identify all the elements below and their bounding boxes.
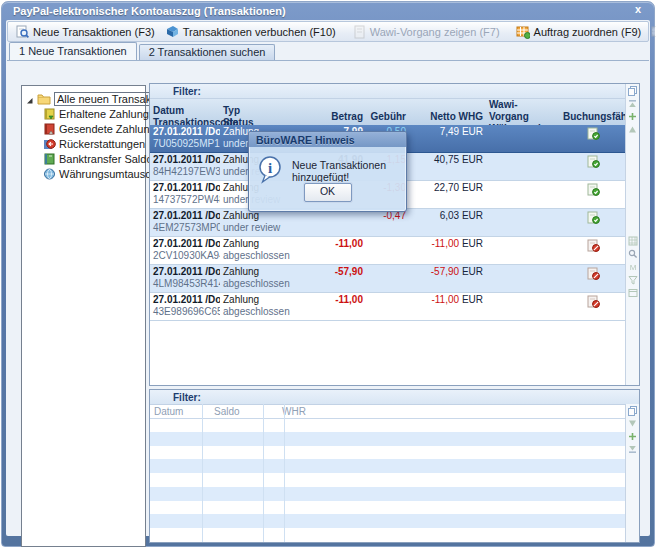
saldo-empty-row[interactable]: [150, 432, 626, 446]
copy-icon[interactable]: [627, 85, 638, 96]
saldo-empty-row[interactable]: [150, 501, 626, 515]
transaction-date: 27.01.2011 /Do: [153, 294, 217, 306]
refunds-icon: [43, 138, 56, 150]
transaction-net: 22,70 EUR: [412, 182, 483, 194]
sent-payments-icon: [43, 123, 56, 135]
scroll-down-icon[interactable]: [627, 418, 638, 429]
banktransfer-saldo-icon: [43, 153, 56, 165]
toolbar-button-transaktionen-verbuchen-f10[interactable]: Transaktionen verbuchen (F10): [160, 23, 341, 41]
saldo-empty-row[interactable]: [150, 473, 626, 487]
bookable-yes-icon: [586, 155, 600, 168]
scroll-bottom-icon[interactable]: [627, 444, 638, 455]
expander-icon[interactable]: [26, 95, 34, 103]
saldo-empty-row[interactable]: [150, 528, 626, 542]
window-title: PayPal-elektronischer Kontoauszug (Trans…: [13, 5, 286, 17]
column-header-netto-whg[interactable]: Netto WHG: [409, 111, 486, 123]
saldo-empty-row[interactable]: [150, 514, 626, 528]
saldo-empty-row[interactable]: [150, 418, 626, 432]
transaction-net: -57,90 EUR: [412, 266, 483, 278]
tree-item-rückerstattungen[interactable]: Rückerstattungen: [43, 136, 145, 151]
tree-item-erhaltene-zahlungen[interactable]: Erhaltene Zahlungen: [43, 106, 145, 121]
new-transactions-icon: [15, 25, 29, 39]
transaction-net: -11,00 EUR: [412, 294, 483, 306]
column-divider: [284, 404, 285, 542]
copy-icon[interactable]: [627, 405, 638, 416]
bookable-yes-icon: [586, 127, 600, 140]
transactions-panel: Filter: DatumTransaktionscodeTypStatusBe…: [149, 83, 640, 386]
saldo-table-header[interactable]: Datum Saldo WHR: [150, 405, 639, 419]
transaction-status: abgeschlossen: [223, 306, 307, 318]
transaction-code: 2CV10930KA9472237: [153, 250, 217, 262]
transaction-net: 40,75 EUR: [412, 154, 483, 166]
filter-icon[interactable]: [627, 274, 638, 285]
transaction-wawi: [486, 293, 560, 320]
add-row-icon[interactable]: [627, 431, 638, 442]
transaction-row[interactable]: 27.01.2011 /Do4LM98453R41486714Zahlungab…: [150, 265, 626, 293]
toolbar-button-neue-transaktionen-f3[interactable]: Neue Transaktionen (F3): [10, 23, 160, 41]
tree-item-gesendete-zahlungen[interactable]: Gesendete Zahlungen: [43, 121, 145, 136]
tab-2-transaktionen-suchen[interactable]: 2 Transaktionen suchen: [139, 44, 276, 60]
transaction-net: 6,03 EUR: [412, 210, 483, 222]
scroll-top-icon[interactable]: [627, 98, 638, 109]
tree-item-währungsumtausch[interactable]: Währungsumtausch: [43, 166, 145, 181]
info-icon: i: [257, 155, 284, 186]
saldo-empty-row[interactable]: [150, 446, 626, 460]
bookable-no-icon: [586, 239, 600, 252]
transaction-code: 84H42197EW349273P: [153, 166, 217, 178]
svg-text:M: M: [629, 263, 636, 272]
bookable-no-icon: [586, 267, 600, 280]
transaction-row[interactable]: 27.01.2011 /Do43E989696C6535442Zahlungab…: [150, 293, 626, 321]
dialog-title: BüroWARE Hinweis: [256, 134, 355, 146]
transaction-date: 27.01.2011 /Do: [153, 266, 217, 278]
filter-label: Filter:: [173, 86, 201, 97]
search-icon[interactable]: [627, 248, 638, 259]
wawi-vorgang-icon: [352, 25, 366, 39]
saldo-col-whr: WHR: [278, 406, 307, 417]
scroll-up-icon[interactable]: [627, 124, 638, 135]
transaction-type: Zahlung: [223, 294, 307, 306]
transaction-amount: -57,90: [313, 266, 363, 278]
transaction-status: abgeschlossen: [223, 250, 307, 262]
transaction-row[interactable]: 27.01.2011 /Do4EM27573MP023193KZahlungun…: [150, 209, 626, 237]
transaction-wawi: [486, 153, 560, 180]
grid-icon[interactable]: [627, 235, 638, 246]
transaction-wawi: [486, 209, 560, 236]
dialog-title-bar[interactable]: BüroWARE Hinweis: [249, 132, 406, 147]
transaction-code: 4LM98453R41486714: [153, 278, 217, 290]
transactions-table-header[interactable]: DatumTransaktionscodeTypStatusBetragGebü…: [150, 99, 639, 126]
saldo-empty-row[interactable]: [150, 487, 626, 501]
transaction-date: 27.01.2011 /Do: [153, 182, 217, 194]
toolbar-button-auftrag-zuordnen-f9[interactable]: Auftrag zuordnen (F9): [511, 23, 647, 41]
ok-button[interactable]: OK: [304, 183, 352, 202]
title-bar[interactable]: PayPal-elektronischer Kontoauszug (Trans…: [2, 2, 654, 20]
transaction-code: 43E989696C6535442: [153, 306, 217, 318]
transaction-row[interactable]: 27.01.2011 /Do2CV10930KA9472237Zahlungab…: [150, 237, 626, 265]
toolbar-button-löschen-zuordnung-auftrag-f4: Löschen Zuordnung Auftrag (F4): [646, 23, 656, 41]
memo-icon[interactable]: M: [627, 261, 638, 272]
window-icon[interactable]: [627, 287, 638, 298]
transaction-amount: -11,00: [313, 238, 363, 250]
grid-side-toolbar: M: [625, 84, 639, 385]
column-header-betrag[interactable]: Betrag: [310, 111, 366, 123]
transactions-filter-bar: Filter:: [150, 84, 639, 99]
application-window: PayPal-elektronischer Kontoauszug (Trans…: [1, 1, 655, 547]
transaction-net: -11,00 EUR: [412, 238, 483, 250]
post-transactions-icon: [165, 25, 179, 39]
column-divider: [202, 404, 203, 542]
add-row-icon[interactable]: [627, 111, 638, 122]
saldo-empty-row[interactable]: [150, 459, 626, 473]
dialog-body: i Neue Transaktionen hinzugefügt!: [249, 147, 406, 186]
folder-icon: [37, 93, 51, 105]
grid-side-toolbar: [625, 404, 639, 542]
close-icon[interactable]: x: [630, 3, 646, 17]
transaction-type: Zahlung: [223, 238, 307, 250]
transaction-date: 27.01.2011 /Do: [153, 154, 217, 166]
tab-1-neue-transaktionen[interactable]: 1 Neue Transaktionen: [9, 42, 137, 60]
tree-item-banktransfer-saldo[interactable]: Banktransfer Saldo: [43, 151, 145, 166]
saldo-table-body: [150, 418, 626, 542]
svg-text:i: i: [268, 160, 272, 176]
column-header-gebühr[interactable]: Gebühr: [366, 111, 409, 123]
toolbar: Neue Transaktionen (F3)Transaktionen ver…: [7, 21, 649, 42]
currency-exchange-icon: [43, 168, 56, 180]
tree-item-alle-neuen-transaktionen[interactable]: Alle neuen Transaktionen: [26, 91, 145, 106]
